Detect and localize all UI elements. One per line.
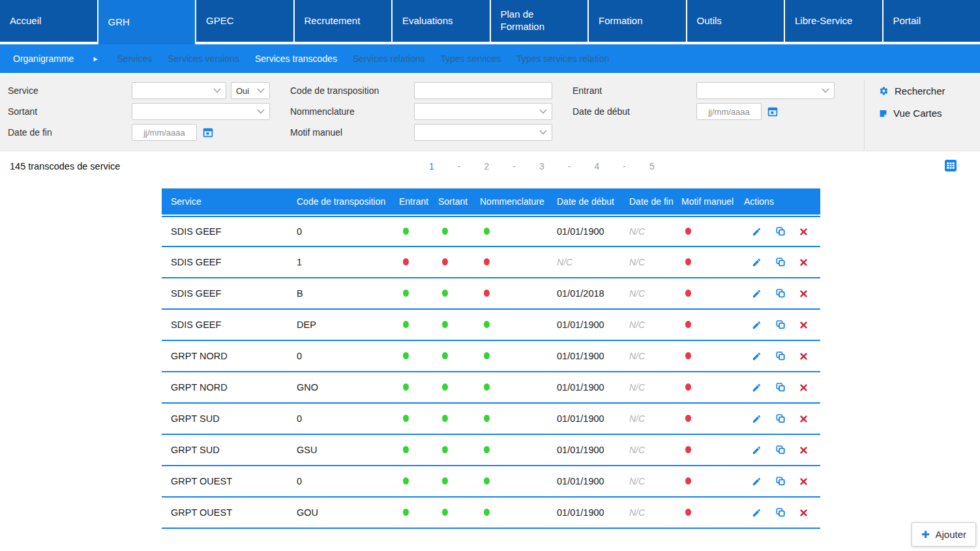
delete-icon[interactable] [799,383,808,392]
edit-icon[interactable] [752,445,762,455]
edit-icon[interactable] [752,320,762,330]
delete-icon[interactable] [799,477,808,486]
tab-portail[interactable]: Portail [883,0,980,42]
edit-icon[interactable] [752,258,762,267]
service-value: SDIS GEEF [171,320,221,330]
edit-icon[interactable] [752,477,762,486]
copy-icon[interactable] [775,288,786,299]
date-fin-input[interactable] [132,124,197,141]
tab-formation[interactable]: Formation [589,0,686,42]
row-actions [744,476,820,486]
delete-icon[interactable] [799,258,808,267]
chevron-down-icon [257,109,265,114]
transcodes-table: ServiceCode de transpositionEntrantSorta… [162,188,820,529]
tab-recrutement[interactable]: Recrutement [295,0,392,42]
tab-libre-service[interactable]: Libre-Service [785,0,882,42]
delete-icon[interactable] [799,415,808,423]
delete-icon[interactable] [799,509,808,517]
page-link-2[interactable]: 2 [484,161,489,171]
tab-label: Portail [893,15,921,27]
add-button[interactable]: Ajouter [912,522,976,546]
subnav-item-services[interactable]: Services [117,53,153,64]
add-button-label: Ajouter [935,529,966,540]
code-value: 1 [297,257,302,267]
results-bar: 145 transcodes de service 1-2-3-4-5 [0,151,980,181]
sortant-status-dot-green [442,477,448,484]
code-value: B [297,288,303,299]
tab-accueil[interactable]: Accueil [0,0,97,42]
entrant-select[interactable] [696,82,835,99]
edit-icon[interactable] [752,508,762,518]
service-select[interactable] [132,82,226,99]
page-link-5[interactable]: 5 [649,161,655,171]
tab-outils[interactable]: Outils [687,0,784,42]
edit-icon[interactable] [752,414,762,424]
copy-icon[interactable] [775,257,786,267]
copy-icon[interactable] [775,476,786,486]
delete-icon[interactable] [799,228,808,236]
chevron-down-icon [539,109,547,114]
sortant-select[interactable] [132,103,270,120]
cards-view-button[interactable]: Vue Cartes [879,108,973,119]
calendar-icon[interactable] [767,106,778,117]
edit-icon[interactable] [752,383,762,393]
copy-icon[interactable] [775,445,786,455]
date-fin-value: N/C [629,445,645,455]
delete-icon[interactable] [799,321,808,329]
tab-label: Plan de Formation [501,8,570,33]
subnav-item-services-versions[interactable]: Services versions [168,53,239,64]
copy-icon[interactable] [775,351,786,361]
code-value: 0 [297,226,302,237]
delete-icon[interactable] [799,290,808,298]
code-value: GNO [297,382,318,393]
table-row: GRPT SUD001/01/1900N/C [162,404,820,435]
tab-evaluations[interactable]: Evaluations [393,0,490,42]
copy-icon[interactable] [775,320,786,330]
results-count: 145 transcodes de service [10,161,120,171]
copy-icon[interactable] [775,226,786,237]
delete-icon[interactable] [799,446,808,454]
chevron-down-icon [213,88,221,93]
calendar-icon[interactable] [203,127,213,138]
entrant-status-dot-green [403,228,409,235]
tab-plan-de-formation[interactable]: Plan de Formation [491,0,588,42]
page-link-4[interactable]: 4 [594,161,599,171]
sortant-fieldwrap [132,103,270,120]
code-transposition-input[interactable] [414,82,552,99]
date-debut-label: Date de début [572,106,696,117]
subnav-item-organigramme[interactable]: Organigramme [13,53,74,64]
date-fin-fieldwrap [132,124,270,141]
grid-view-icon[interactable] [945,160,957,171]
tab-gpec[interactable]: GPEC [196,0,293,42]
submenu-arrow-icon: ▶ [93,56,97,62]
service-flag-select[interactable]: Oui [231,82,270,99]
copy-icon[interactable] [775,507,786,518]
subnav-item-types-services-relation[interactable]: Types services relation [516,53,609,64]
edit-icon[interactable] [752,289,762,299]
date-debut-input[interactable] [696,103,762,120]
copy-icon[interactable] [775,382,786,393]
entrant-status-dot-green [403,321,409,328]
nommenclature-status-dot-red [484,258,490,265]
sortant-label: Sortant [8,106,132,117]
edit-icon[interactable] [752,351,762,361]
nommenclature-select[interactable] [414,103,552,120]
date-debut-fieldwrap [696,103,835,120]
date-fin-label: Date de fin [8,127,132,138]
subnav-item-services-transcodes[interactable]: Services transcodes [255,53,337,64]
page-separator: - [623,161,626,171]
nommenclature-label: Nommenclature [290,106,414,117]
page-link-1[interactable]: 1 [429,161,434,171]
subnav-item-types-services[interactable]: Types services [440,53,501,64]
edit-icon[interactable] [752,227,762,237]
subnav-item-services-relations[interactable]: Services relations [353,53,425,64]
tab-grh[interactable]: GRH [98,0,196,44]
delete-icon[interactable] [799,352,808,361]
copy-icon[interactable] [775,413,786,424]
filter-column-3: Entrant Date de début [572,80,835,151]
motif-manuel-select[interactable] [414,124,552,141]
row-actions [744,320,820,330]
search-button[interactable]: Rechercher [879,85,973,97]
page-link-3[interactable]: 3 [539,161,544,171]
page-separator: - [568,161,571,171]
